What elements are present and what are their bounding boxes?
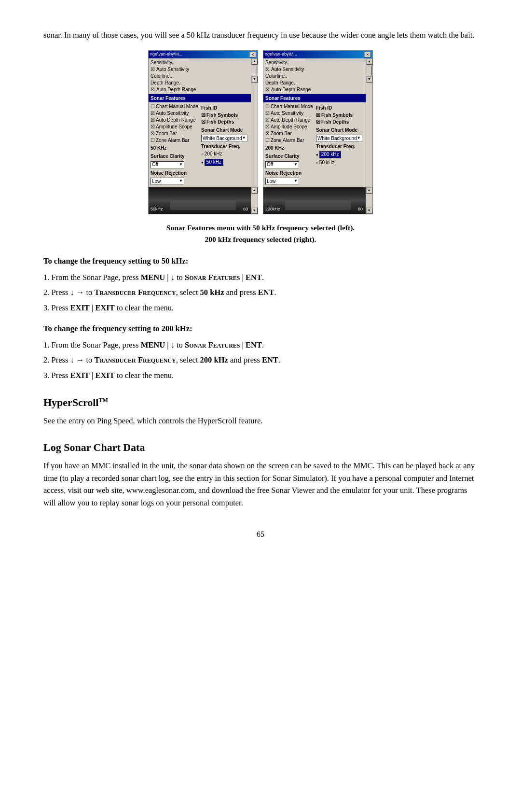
right-sonar-features-header: Sonar Features [263, 94, 366, 103]
right-close-btn[interactable]: × [364, 52, 371, 57]
right-chart-mode-dropdown[interactable]: White Background ▼ [316, 135, 364, 142]
left-title-text: nge\van-eby\M... [150, 51, 182, 58]
left-surface-dropdown[interactable]: Off ▼ [151, 161, 198, 168]
left-noise-rej-label: Noise Rejection [151, 169, 198, 177]
right-item-auto-depth: Auto Depth Range [265, 86, 364, 93]
left-item-depth-range: Depth Range.. [151, 80, 249, 86]
left-close-btn[interactable]: × [249, 52, 256, 57]
right-fish-symbols: Fish Symbols [316, 112, 364, 119]
right-chart-manual: Chart Manual Mode [265, 103, 313, 110]
left-surface-arrow: ▼ [179, 162, 183, 168]
section1-step2: 2. Press ↓ → to Transducer Frequency, se… [43, 286, 478, 299]
right-cb-auto-sens [265, 66, 270, 73]
left-chart-scroll-up[interactable]: ▲ [251, 187, 258, 194]
right-radio-50 [316, 159, 318, 167]
left-fishid-label: Fish ID [201, 104, 249, 112]
right-scroll-up[interactable]: ▲ [366, 58, 372, 65]
left-chart-mode-box[interactable]: White Background ▼ [201, 135, 247, 142]
left-noise-value: Low [152, 178, 161, 185]
kbd-ent-1: ENT [246, 273, 262, 282]
right-cb-chart-manual [265, 103, 270, 110]
left-scrollbar: ▲ ▼ [251, 58, 258, 188]
left-surface-dropdown-box[interactable]: Off ▼ [151, 161, 184, 168]
right-item-sensitivity: Sensitivity.. [265, 59, 364, 66]
left-chart-scroll-down[interactable]: ▼ [251, 208, 258, 214]
right-surface-arrow: ▼ [294, 162, 298, 168]
left-scroll-thumb[interactable] [252, 66, 257, 75]
left-sonar-chart: 50kHz 60 ▲ ▼ [149, 187, 258, 214]
right-auto-sens: Auto Sensitivity [265, 110, 313, 117]
left-amplitude: Amplitude Scope [151, 124, 198, 130]
left-scroll-up[interactable]: ▲ [251, 58, 258, 65]
caption-line2: 200 kHz frequency selected (right). [43, 234, 478, 245]
section1-steps: 1. From the Sonar Page, press MENU | ↓ t… [43, 271, 478, 314]
left-chart-mode-arrow: ▼ [242, 135, 246, 141]
left-auto-depth: Auto Depth Range [151, 117, 198, 124]
left-50khz-radio[interactable]: 50 kHz [201, 159, 249, 166]
screenshot-right: nge\van-eby\M... × Sensitivity.. Auto Se… [263, 50, 373, 214]
right-200khz-radio[interactable]: 200 kHz [316, 151, 364, 158]
right-scrollbar: ▲ ▼ [366, 58, 372, 188]
screenshots-container: nge\van-eby\M... × Sensitivity.. Auto Se… [43, 50, 478, 214]
section2-step3: 3. Press EXIT | EXIT to clear the menu. [43, 369, 478, 382]
right-surface-dropdown-box[interactable]: Off ▼ [265, 161, 299, 168]
section2-step1: 1. From the Sonar Page, press MENU | ↓ t… [43, 339, 478, 351]
section2-heading: To change the frequency setting to 200 k… [43, 322, 478, 335]
left-cb-fish-dep [201, 119, 206, 126]
right-noise-dropdown-box[interactable]: Low ▼ [265, 178, 299, 185]
right-surface-clarity-label: Surface Clarity [265, 153, 313, 160]
sc-sonar-features-2: Sonar Features [185, 340, 240, 350]
caption-line1: Sonar Features menu with 50 kHz frequenc… [43, 222, 478, 234]
left-scroll-down[interactable]: ▼ [251, 76, 258, 83]
caption-block: Sonar Features menu with 50 kHz frequenc… [43, 222, 478, 245]
hyperscroll-body: See the entry on Ping Speed, which contr… [43, 415, 478, 427]
page-number: 65 [43, 529, 478, 541]
right-zoom-bar: Zoom Bar [265, 130, 313, 137]
section2-steps: 1. From the Sonar Page, press MENU | ↓ t… [43, 339, 478, 382]
right-50khz-radio[interactable]: 50 kHz [316, 159, 364, 167]
right-surface-value: Off [267, 161, 273, 168]
right-scroll-down[interactable]: ▼ [366, 76, 372, 83]
right-scroll-thumb[interactable] [367, 66, 372, 75]
left-item-auto-depth: Auto Depth Range [151, 86, 249, 93]
right-noise-dropdown[interactable]: Low ▼ [265, 178, 313, 185]
kbd-50khz-1: 50 kHz [200, 288, 224, 297]
left-chart-manual: Chart Manual Mode [151, 103, 198, 110]
kbd-exit-4: EXIT [95, 371, 114, 380]
left-auto-sens: Auto Sensitivity [151, 110, 198, 117]
intro-paragraph: sonar. In many of those cases, you will … [43, 29, 478, 42]
right-chart-scroll-up[interactable]: ▲ [366, 187, 372, 194]
right-chart-mode-box[interactable]: White Background ▼ [316, 135, 362, 142]
right-chart-num: 60 [358, 206, 363, 213]
right-auto-depth: Auto Depth Range [265, 117, 313, 124]
right-surface-dropdown[interactable]: Off ▼ [265, 161, 313, 168]
kbd-exit-1: EXIT [70, 303, 89, 312]
right-fish-depths: Fish Depths [316, 119, 364, 126]
left-radio-200 [201, 151, 204, 158]
left-chart-mode-dropdown[interactable]: White Background ▼ [201, 135, 249, 142]
left-noise-dropdown-box[interactable]: Low ▼ [151, 178, 184, 185]
right-item-auto-sens: Auto Sensitivity [265, 66, 364, 73]
right-chart-freq: 200kHz [265, 206, 280, 213]
left-radio-50-sel [201, 159, 204, 166]
kbd-ent-4: ENT [262, 355, 278, 364]
left-content: Sensitivity.. Auto Sensitivity Colorline… [149, 58, 251, 188]
sc-sonar-features-1: Sonar Features [185, 273, 240, 282]
left-chart-mode-value: White Background [203, 135, 242, 142]
right-chart-mode-value: White Background [317, 135, 357, 142]
left-200khz-radio[interactable]: 200 kHz [201, 151, 249, 158]
left-item-auto-sens: Auto Sensitivity [151, 66, 249, 73]
section1-step3: 3. Press EXIT | EXIT to clear the menu. [43, 302, 478, 314]
right-cb-fish-dep [316, 119, 320, 126]
left-cb-amplitude [151, 124, 155, 130]
right-content: Sensitivity.. Auto Sensitivity Colorline… [263, 58, 366, 188]
right-zone-alarm: Zone Alarm Bar [265, 137, 313, 144]
right-chart-scrollbar: ▲ ▼ [366, 187, 372, 214]
left-sonar-chart-mode-label: Sonar Chart Mode [201, 126, 249, 134]
left-noise-dropdown[interactable]: Low ▼ [151, 178, 198, 185]
right-top-items: Sensitivity.. Auto Sensitivity Colorline… [263, 58, 366, 94]
right-chart-scroll-down[interactable]: ▼ [366, 208, 372, 214]
left-transducer-freq-label: Transducer Freq. [201, 143, 249, 151]
right-cb-auto-depth [265, 86, 270, 93]
left-cb-auto-sens [151, 66, 155, 73]
